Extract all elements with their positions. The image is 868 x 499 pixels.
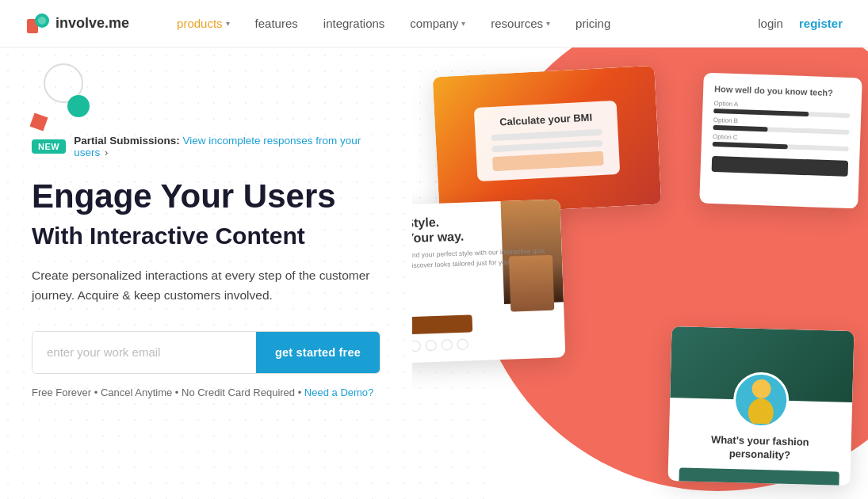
need-demo-link[interactable]: Need a Demo?	[304, 387, 373, 398]
style-icon-1	[412, 341, 421, 352]
bmi-card-overlay: Calculate your BMI	[474, 100, 621, 181]
company-dropdown-icon: ▾	[461, 19, 465, 28]
footer-note: Free Forever • Cancel Anytime • No Credi…	[32, 387, 380, 398]
svg-point-3	[751, 379, 771, 399]
announcement-banner: NEW Partial Submissions: View incomplete…	[32, 135, 380, 158]
style-card-icons	[412, 336, 554, 352]
products-dropdown-icon: ▾	[226, 19, 230, 28]
bmi-card: Calculate your BMI	[433, 66, 662, 215]
register-link[interactable]: register	[799, 17, 843, 30]
bmi-cta-button	[492, 150, 604, 170]
style-card-button	[412, 314, 472, 334]
fashion-card: What's your fashion personality?	[667, 326, 854, 486]
svg-point-2	[38, 17, 46, 25]
style-icon-3	[442, 339, 453, 350]
email-form: get started free	[32, 331, 380, 374]
bmi-card-image: Calculate your BMI	[433, 66, 662, 215]
logo-text: involve.me	[55, 15, 129, 32]
hero-description: Create personalized interactions at ever…	[32, 266, 380, 306]
announcement-chevron-icon: ›	[105, 147, 108, 158]
get-started-button[interactable]: get started free	[256, 332, 380, 373]
hero-title: Engage Your Users With Interactive Conte…	[32, 177, 380, 250]
nav-company[interactable]: company ▾	[410, 17, 465, 30]
main-nav: products ▾ features integrations company…	[177, 17, 758, 30]
resources-dropdown-icon: ▾	[546, 19, 550, 28]
fashion-person-icon	[740, 375, 782, 424]
fashion-card-title: What's your fashion personality?	[679, 432, 840, 463]
deco-circle-teal	[67, 95, 90, 117]
nav-features[interactable]: features	[255, 17, 298, 30]
email-input[interactable]	[33, 332, 256, 373]
announcement-text: Partial Submissions: View incomplete res…	[74, 135, 380, 158]
style-card: Style.Your way. Find your perfect style …	[412, 199, 565, 363]
bmi-card-title: Calculate your BMI	[490, 110, 602, 128]
nav-integrations[interactable]: integrations	[323, 17, 385, 30]
logo-icon	[25, 11, 51, 36]
nav-products[interactable]: products ▾	[177, 17, 230, 30]
quiz-cta-button	[712, 156, 849, 177]
login-link[interactable]: login	[758, 17, 783, 30]
nav-pricing[interactable]: pricing	[575, 17, 610, 30]
deco-square-red	[29, 112, 48, 131]
quiz-card-title: How well do you know tech?	[714, 84, 851, 98]
style-icon-2	[426, 340, 437, 351]
header: involve.me products ▾ features integrati…	[0, 0, 868, 48]
quiz-card: How well do you know tech? Option A Opti…	[699, 73, 862, 209]
hero-right: Calculate your BMI Style.Your way. Find …	[412, 48, 868, 499]
style-icon-4	[457, 339, 468, 350]
new-badge: NEW	[32, 139, 66, 154]
quiz-bar-2: Option B	[713, 116, 849, 135]
nav-resources[interactable]: resources ▾	[491, 17, 550, 30]
quiz-bar-1: Option A	[713, 100, 850, 118]
cards-container: Calculate your BMI Style.Your way. Find …	[412, 55, 868, 499]
style-card-content: Style.Your way. Find your perfect style …	[412, 199, 565, 363]
fashion-card-bg	[670, 326, 854, 402]
fashion-cta-button	[679, 467, 839, 486]
bmi-field-2	[491, 139, 602, 151]
quiz-card-content: How well do you know tech? Option A Opti…	[699, 73, 862, 209]
bmi-field-1	[491, 128, 602, 140]
hero-left: NEW Partial Submissions: View incomplete…	[0, 48, 412, 499]
svg-point-4	[748, 398, 774, 425]
logo[interactable]: involve.me	[25, 11, 129, 36]
style-card-title: Style.Your way.	[412, 211, 550, 246]
quiz-bar-3: Option C	[713, 133, 849, 151]
main-content: NEW Partial Submissions: View incomplete…	[0, 48, 868, 499]
auth-nav: login register	[758, 17, 843, 30]
